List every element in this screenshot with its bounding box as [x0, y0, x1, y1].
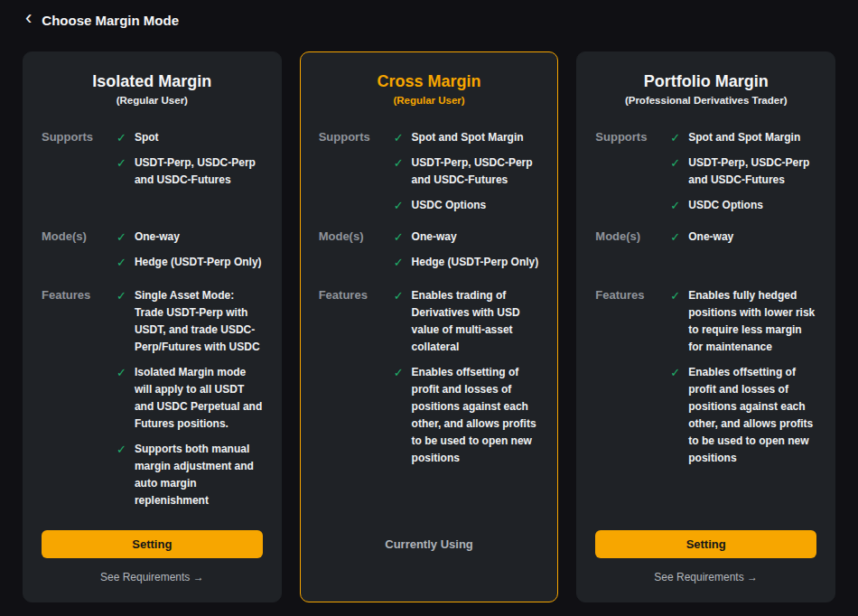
- item-text: USDC Options: [688, 197, 763, 214]
- item-text: Single Asset Mode: Trade USDT-Perp with …: [135, 287, 263, 356]
- item-text: Supports both manual margin adjustment a…: [135, 441, 263, 509]
- list-item: ✓ Spot: [117, 129, 263, 146]
- see-requirements-link[interactable]: See Requirements →: [595, 571, 816, 586]
- item-text: One-way: [688, 229, 733, 246]
- page-title: Choose Margin Mode: [42, 13, 179, 28]
- item-text: USDC Options: [412, 197, 487, 214]
- check-icon: ✓: [670, 129, 680, 146]
- section-label: Features: [42, 287, 117, 518]
- item-text: Enables offsetting of profit and losses …: [412, 364, 540, 467]
- card-footer: Setting See Requirements →: [595, 530, 816, 586]
- list-item: ✓ One-way: [394, 229, 540, 246]
- check-icon: ✓: [670, 287, 680, 304]
- check-icon: ✓: [117, 229, 126, 246]
- list-item: ✓ One-way: [670, 229, 816, 246]
- item-text: USDT-Perp, USDC-Perp and USDC-Futures: [135, 154, 263, 189]
- list-item: ✓ Spot and Spot Margin: [394, 129, 540, 146]
- check-icon: ✓: [394, 197, 404, 214]
- check-icon: ✓: [117, 154, 126, 172]
- list-item: ✓ Enables offsetting of profit and losse…: [670, 364, 816, 467]
- section-label: Features: [595, 287, 670, 475]
- card-subtitle: (Regular User): [319, 95, 540, 106]
- item-text: One-way: [135, 229, 180, 246]
- list-item: ✓ Hedge (USDT-Perp Only): [394, 254, 540, 271]
- check-icon: ✓: [394, 364, 404, 381]
- modes-section: Mode(s) ✓ One-way: [595, 229, 816, 287]
- section-label: Features: [319, 287, 394, 475]
- check-icon: ✓: [117, 254, 126, 271]
- item-text: Enables trading of Derivatives with USD …: [412, 287, 540, 356]
- list-item: ✓ Enables fully hedged positions with lo…: [670, 287, 816, 356]
- list-item: ✓ Hedge (USDT-Perp Only): [117, 254, 263, 271]
- check-icon: ✓: [670, 197, 680, 214]
- margin-card-cross: Cross Margin (Regular User) Supports ✓ S…: [300, 51, 559, 602]
- section-label: Supports: [595, 129, 670, 229]
- check-icon: ✓: [394, 254, 404, 271]
- check-icon: ✓: [394, 229, 404, 246]
- check-icon: ✓: [670, 229, 680, 246]
- check-icon: ✓: [117, 129, 126, 146]
- list-item: ✓ Enables trading of Derivatives with US…: [394, 287, 540, 356]
- section-label: Mode(s): [42, 229, 117, 287]
- check-icon: ✓: [117, 364, 126, 381]
- item-text: Enables offsetting of profit and losses …: [688, 364, 816, 467]
- list-item: ✓ One-way: [117, 229, 263, 246]
- page-header: ‹ Choose Margin Mode: [0, 0, 858, 40]
- check-icon: ✓: [117, 441, 126, 458]
- section-label: Mode(s): [595, 229, 670, 287]
- check-icon: ✓: [394, 129, 404, 146]
- card-subtitle: (Professional Derivatives Trader): [595, 95, 816, 106]
- card-title: Cross Margin: [319, 72, 540, 91]
- modes-section: Mode(s) ✓ One-way ✓ Hedge (USDT-Perp Onl…: [319, 229, 540, 287]
- card-title: Isolated Margin: [42, 72, 263, 91]
- check-icon: ✓: [394, 287, 404, 304]
- item-text: Hedge (USDT-Perp Only): [412, 254, 539, 271]
- list-item: ✓ USDT-Perp, USDC-Perp and USDC-Futures: [394, 154, 540, 189]
- check-icon: ✓: [670, 154, 680, 172]
- section-label: Supports: [42, 129, 117, 229]
- margin-card-isolated: Isolated Margin (Regular User) Supports …: [23, 51, 282, 602]
- modes-section: Mode(s) ✓ One-way ✓ Hedge (USDT-Perp Onl…: [42, 229, 263, 287]
- item-text: Enables fully hedged positions with lowe…: [688, 287, 816, 356]
- card-title: Portfolio Margin: [595, 72, 816, 91]
- setting-button[interactable]: Setting: [595, 530, 816, 558]
- currently-using-status: Currently Using: [319, 530, 540, 558]
- see-requirements-link[interactable]: See Requirements →: [42, 571, 263, 586]
- item-text: Spot: [135, 129, 159, 146]
- back-icon[interactable]: ‹: [25, 9, 32, 27]
- margin-mode-cards: Isolated Margin (Regular User) Supports …: [0, 51, 858, 602]
- supports-section: Supports ✓ Spot and Spot Margin ✓ USDT-P…: [595, 129, 816, 229]
- features-section: Features ✓ Single Asset Mode: Trade USDT…: [42, 287, 263, 518]
- list-item: ✓ USDC Options: [670, 197, 816, 214]
- setting-button[interactable]: Setting: [42, 530, 263, 558]
- item-text: Spot and Spot Margin: [688, 129, 800, 146]
- check-icon: ✓: [117, 287, 126, 304]
- item-text: USDT-Perp, USDC-Perp and USDC-Futures: [688, 154, 816, 189]
- card-footer: Currently Using: [319, 530, 540, 586]
- card-subtitle: (Regular User): [42, 95, 263, 106]
- supports-section: Supports ✓ Spot and Spot Margin ✓ USDT-P…: [319, 129, 540, 229]
- section-label: Supports: [319, 129, 394, 229]
- list-item: ✓ Single Asset Mode: Trade USDT-Perp wit…: [117, 287, 263, 356]
- list-item: ✓ Spot and Spot Margin: [670, 129, 816, 146]
- list-item: ✓ USDC Options: [394, 197, 540, 214]
- item-text: Isolated Margin mode will apply to all U…: [135, 364, 263, 433]
- item-text: USDT-Perp, USDC-Perp and USDC-Futures: [412, 154, 540, 189]
- check-icon: ✓: [670, 364, 680, 381]
- features-section: Features ✓ Enables fully hedged position…: [595, 287, 816, 475]
- item-text: Hedge (USDT-Perp Only): [135, 254, 262, 271]
- margin-card-portfolio: Portfolio Margin (Professional Derivativ…: [576, 51, 835, 602]
- list-item: ✓ Isolated Margin mode will apply to all…: [117, 364, 263, 433]
- check-icon: ✓: [394, 154, 404, 172]
- item-text: Spot and Spot Margin: [412, 129, 524, 146]
- supports-section: Supports ✓ Spot ✓ USDT-Perp, USDC-Perp a…: [42, 129, 263, 229]
- item-text: One-way: [412, 229, 457, 246]
- list-item: ✓ Enables offsetting of profit and losse…: [394, 364, 540, 467]
- section-label: Mode(s): [319, 229, 394, 287]
- list-item: ✓ USDT-Perp, USDC-Perp and USDC-Futures: [117, 154, 263, 189]
- list-item: ✓ USDT-Perp, USDC-Perp and USDC-Futures: [670, 154, 816, 189]
- features-section: Features ✓ Enables trading of Derivative…: [319, 287, 540, 475]
- card-footer: Setting See Requirements →: [42, 530, 263, 586]
- list-item: ✓ Supports both manual margin adjustment…: [117, 441, 263, 509]
